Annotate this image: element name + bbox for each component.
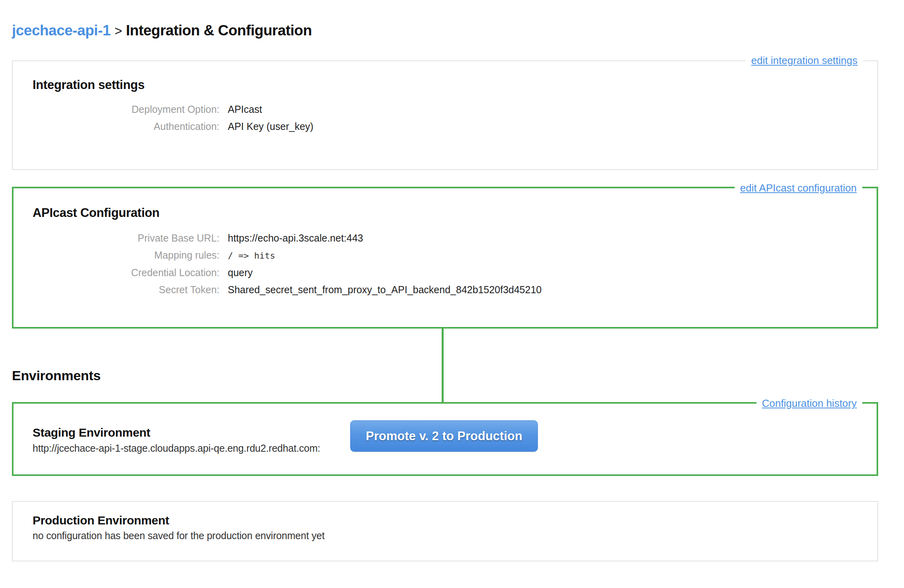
environments-heading: Environments <box>12 368 101 383</box>
breadcrumb: jcechace-api-1>Integration & Configurati… <box>12 22 312 39</box>
secret-token-label: Secret Token: <box>33 281 219 298</box>
breadcrumb-service-link[interactable]: jcechace-api-1 <box>12 22 111 39</box>
page-title: Integration & Configuration <box>126 22 312 39</box>
credential-location-value: query <box>219 264 253 281</box>
breadcrumb-separator: > <box>111 23 126 38</box>
authentication-value: API Key (user_key) <box>219 118 313 135</box>
mapping-rules-value: / => hits <box>219 247 275 264</box>
production-environment-panel: Production Environment no configuration … <box>12 501 878 561</box>
deployment-option-value: APIcast <box>219 101 262 118</box>
staging-connector-line <box>442 328 444 403</box>
edit-integration-settings-link[interactable]: edit integration settings <box>746 54 863 67</box>
apicast-configuration-title: APIcast Configuration <box>33 206 877 220</box>
edit-apicast-configuration-link[interactable]: edit APIcast configuration <box>735 182 862 194</box>
credential-location-row: Credential Location: query <box>33 264 877 281</box>
mapping-rules-label: Mapping rules: <box>33 247 219 264</box>
promote-to-production-button[interactable]: Promote v. 2 to Production <box>350 420 538 452</box>
authentication-row: Authentication: API Key (user_key) <box>33 118 877 135</box>
deployment-option-row: Deployment Option: APIcast <box>33 101 877 118</box>
integration-settings-panel: edit integration settings Integration se… <box>12 60 878 170</box>
private-base-url-row: Private Base URL: https://echo-api.3scal… <box>33 230 877 247</box>
production-environment-message: no configuration has been saved for the … <box>33 530 877 542</box>
authentication-label: Authentication: <box>33 118 219 135</box>
integration-settings-title: Integration settings <box>33 78 877 92</box>
production-environment-title: Production Environment <box>33 514 877 527</box>
apicast-configuration-panel: edit APIcast configuration APIcast Confi… <box>12 187 878 329</box>
secret-token-row: Secret Token: Shared_secret_sent_from_pr… <box>33 281 877 298</box>
integration-configuration-page: jcechace-api-1>Integration & Configurati… <box>0 0 904 588</box>
credential-location-label: Credential Location: <box>33 264 219 281</box>
private-base-url-value: https://echo-api.3scale.net:443 <box>219 230 363 247</box>
private-base-url-label: Private Base URL: <box>33 230 219 247</box>
secret-token-value: Shared_secret_sent_from_proxy_to_API_bac… <box>219 281 541 298</box>
deployment-option-label: Deployment Option: <box>33 101 219 118</box>
configuration-history-link[interactable]: Configuration history <box>757 397 862 410</box>
mapping-rules-row: Mapping rules: / => hits <box>33 247 877 264</box>
staging-environment-panel: Configuration history Staging Environmen… <box>12 402 878 476</box>
